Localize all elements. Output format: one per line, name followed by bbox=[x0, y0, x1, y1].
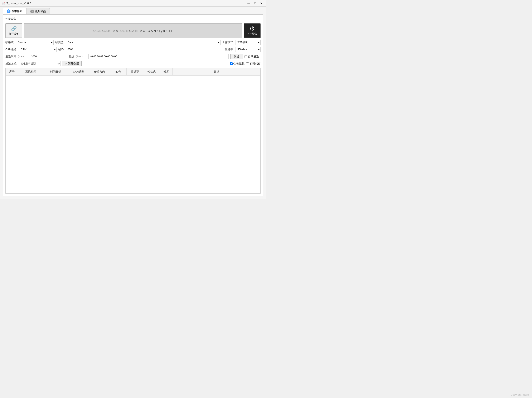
close-device-label: 关闭设备 bbox=[247, 32, 257, 36]
tabs-bar: 1 基本界面 2 规划界面 bbox=[0, 7, 266, 14]
col-seq: 序号 bbox=[6, 68, 18, 75]
frame-format-select[interactable]: Standar Extend bbox=[16, 40, 54, 45]
can-channel-label: CAN通道: bbox=[6, 48, 17, 51]
tab-plan-number: 2 bbox=[30, 10, 34, 13]
title-bar: 📈 T_curve_tool_v1.0.0 — □ ✕ bbox=[0, 0, 266, 7]
form-row4: 滤波方式: 接收所有类型 按ID过滤 ✈ 清除数据 CAN接收 实时储存 bbox=[6, 61, 260, 66]
connect-device-title: 连接设备 bbox=[6, 17, 260, 21]
filter-label: 滤波方式: bbox=[6, 62, 17, 65]
col-length: 长度 bbox=[160, 68, 172, 75]
minimize-button[interactable]: — bbox=[246, 1, 252, 6]
title-bar-left: 📈 T_curve_tool_v1.0.0 bbox=[2, 2, 31, 5]
auto-send-checkbox-label[interactable]: 自动发送 bbox=[245, 55, 259, 58]
app-title: T_curve_tool_v1.0.0 bbox=[6, 2, 31, 5]
work-mode-select[interactable]: 正常模式 只听模式 bbox=[235, 40, 260, 45]
col-direction: 传输方向 bbox=[89, 68, 110, 75]
col-id: ID号 bbox=[110, 68, 127, 75]
col-can-channel: CAN通道 bbox=[68, 68, 89, 75]
realtime-save-checkbox[interactable] bbox=[246, 62, 249, 65]
device-list-display: USBCAN-2A USBCAN-2C CANalyst-II bbox=[24, 23, 242, 38]
form-row1: 帧格式: Standar Extend 帧类型: Data Remote 工作模… bbox=[6, 40, 260, 45]
col-sys-time: 系统时间 bbox=[18, 68, 43, 75]
frame-type-select[interactable]: Data Remote bbox=[66, 40, 221, 45]
send-period-input[interactable] bbox=[30, 54, 67, 59]
tab-plan-label: 规划界面 bbox=[35, 10, 46, 13]
realtime-save-label: 实时储存 bbox=[250, 62, 260, 65]
tab-basic-label: 基本界面 bbox=[12, 9, 22, 13]
can-channel-select[interactable]: CAN1 CAN2 bbox=[19, 47, 57, 52]
device-row: 🔗 打开设备 USBCAN-2A USBCAN-2C CANalyst-II ⏻… bbox=[6, 23, 260, 38]
frame-id-label: 帧ID: bbox=[58, 48, 64, 51]
auto-send-checkbox[interactable] bbox=[245, 55, 247, 58]
close-device-button[interactable]: ⏻ 关闭设备 bbox=[244, 23, 260, 38]
work-mode-label: 工作模式: bbox=[222, 40, 234, 44]
baud-rate-label: 波特率: bbox=[225, 48, 234, 51]
data-table: 序号 系统时间 时间标识 CAN通道 传输方向 ID号 帧类型 帧格式 长度 数… bbox=[6, 68, 260, 194]
frame-type-label: 帧类型: bbox=[55, 40, 64, 44]
filter-select[interactable]: 接收所有类型 按ID过滤 bbox=[19, 61, 61, 66]
can-receive-label: CAN接收 bbox=[234, 62, 245, 65]
tab-plan[interactable]: 2 规划界面 bbox=[26, 8, 50, 14]
form-row3: 发送周期（ms）： 数据（hex）： 发送 自动发送 bbox=[6, 54, 260, 59]
open-device-button[interactable]: 🔗 打开设备 bbox=[6, 23, 22, 38]
open-device-label: 打开设备 bbox=[9, 32, 19, 36]
content-area: 连接设备 🔗 打开设备 USBCAN-2A USBCAN-2C CANalyst… bbox=[3, 14, 263, 196]
frame-format-label: 帧格式: bbox=[6, 40, 14, 44]
send-period-label: 发送周期（ms）： bbox=[6, 55, 28, 58]
table-body bbox=[6, 76, 260, 193]
data-hex-input[interactable] bbox=[89, 54, 229, 59]
clear-data-button[interactable]: ✈ 清除数据 bbox=[62, 61, 82, 66]
col-frame-type: 帧类型 bbox=[127, 68, 143, 75]
auto-send-label: 自动发送 bbox=[248, 55, 259, 58]
frame-id-input[interactable] bbox=[66, 47, 223, 52]
app-icon: 📈 bbox=[2, 2, 5, 5]
form-row2: CAN通道: CAN1 CAN2 帧ID: 波特率: 500Kbps 250Kb… bbox=[6, 47, 260, 52]
can-receive-checkbox-label[interactable]: CAN接收 bbox=[230, 62, 245, 65]
realtime-save-checkbox-label[interactable]: 实时储存 bbox=[246, 62, 260, 65]
baud-rate-select[interactable]: 500Kbps 250Kbps 125Kbps 1Mbps bbox=[235, 47, 260, 52]
power-icon: ⏻ bbox=[250, 26, 254, 31]
col-time-id: 时间标识 bbox=[43, 68, 68, 75]
data-hex-label: 数据（hex）： bbox=[69, 55, 87, 58]
table-header: 序号 系统时间 时间标识 CAN通道 传输方向 ID号 帧类型 帧格式 长度 数… bbox=[6, 68, 260, 76]
send-button[interactable]: 发送 bbox=[230, 54, 243, 59]
clear-data-label: 清除数据 bbox=[68, 62, 79, 65]
col-data: 数据 bbox=[172, 68, 260, 75]
col-frame-format: 帧格式 bbox=[143, 68, 160, 75]
clear-icon: ✈ bbox=[65, 62, 67, 65]
can-receive-checkbox[interactable] bbox=[230, 62, 233, 65]
title-bar-controls: — □ ✕ bbox=[246, 1, 264, 6]
tab-basic[interactable]: 1 基本界面 bbox=[3, 8, 26, 14]
tab-basic-number: 1 bbox=[7, 9, 10, 13]
maximize-button[interactable]: □ bbox=[252, 1, 258, 6]
close-button[interactable]: ✕ bbox=[259, 1, 264, 6]
link-icon: 🔗 bbox=[11, 26, 17, 31]
device-list-text: USBCAN-2A USBCAN-2C CANalyst-II bbox=[94, 29, 173, 32]
main-window: 1 基本界面 2 规划界面 连接设备 🔗 打开设备 USBCAN-2A USBC… bbox=[0, 7, 266, 199]
